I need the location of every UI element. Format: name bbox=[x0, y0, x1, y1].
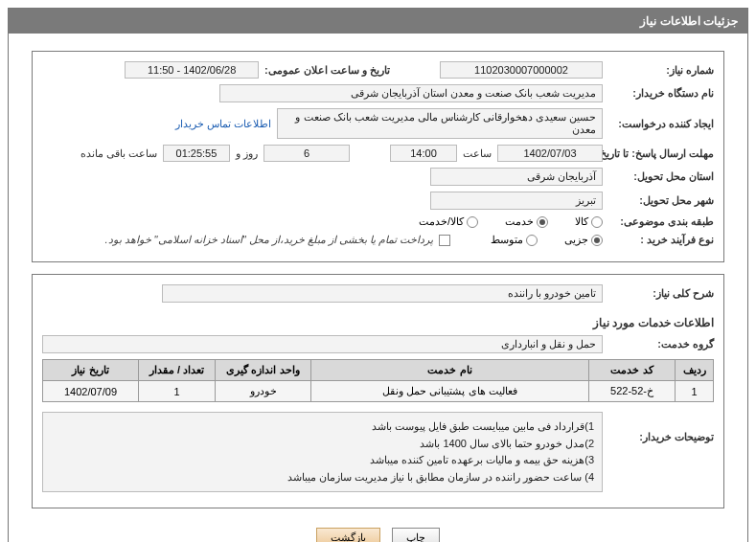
col-need-date: تاریخ نیاز bbox=[43, 360, 139, 381]
buyer-desc-box: 1)قرارداد فی مابین میبایست طبق فایل پیوس… bbox=[42, 412, 603, 492]
desc-line: 4) ساعت حضور راننده در سازمان مطابق با ن… bbox=[51, 469, 594, 486]
radio-khadmat[interactable]: خدمت bbox=[505, 215, 548, 228]
col-service-name: نام خدمت bbox=[311, 360, 589, 381]
remaining-label: ساعت باقی مانده bbox=[80, 147, 157, 160]
payment-note: پرداخت تمام یا بخشی از مبلغ خرید،از محل … bbox=[104, 234, 433, 246]
summary-label: شرح کلی نیاز: bbox=[608, 287, 714, 300]
deadline-date-value: 1402/07/03 bbox=[497, 145, 603, 162]
desc-line: 1)قرارداد فی مابین میبایست طبق فایل پیوس… bbox=[51, 418, 594, 436]
buyer-desc-label: توضیحات خریدار: bbox=[608, 412, 714, 443]
purchase-type-label: نوع فرآیند خرید : bbox=[608, 234, 714, 246]
need-fieldset: شرح کلی نیاز: تامین خودرو با راننده اطلا… bbox=[32, 274, 724, 508]
desc-line: 2)مدل خودرو حتما بالای سال 1400 باشد bbox=[51, 436, 594, 453]
radio-partial[interactable]: جزیی bbox=[564, 234, 603, 246]
need-number-value: 1102030007000002 bbox=[440, 61, 603, 79]
delivery-city-label: شهر محل تحویل: bbox=[608, 194, 714, 207]
requester-value: حسین سعیدی دهخوارقانی کارشناس مالی مدیری… bbox=[277, 108, 603, 139]
services-table: ردیف کد خدمت نام خدمت واحد اندازه گیری ت… bbox=[42, 359, 714, 402]
back-button[interactable]: بازگشت bbox=[316, 528, 380, 542]
deadline-time-value: 14:00 bbox=[390, 145, 457, 162]
radio-kala[interactable]: کالا bbox=[575, 215, 603, 228]
cell-service-code: خ-52-522 bbox=[589, 381, 676, 402]
col-row: ردیف bbox=[676, 360, 714, 381]
time-label: ساعت bbox=[463, 147, 492, 160]
subject-class-radios: کالا خدمت کالا/خدمت bbox=[419, 215, 603, 228]
payment-checkbox[interactable] bbox=[439, 235, 450, 246]
radio-circle-checked-icon bbox=[537, 216, 548, 228]
buyer-org-value: مدیریت شعب بانک صنعت و معدن استان آذربای… bbox=[219, 84, 603, 102]
cell-service-name: فعالیت های پشتیبانی حمل ونقل bbox=[311, 381, 589, 402]
radio-circle-checked-icon bbox=[591, 235, 603, 246]
page-title: جزئیات اطلاعات نیاز bbox=[9, 9, 747, 34]
services-section-title: اطلاعات خدمات مورد نیاز bbox=[42, 316, 714, 329]
announce-datetime-value: 1402/06/28 - 11:50 bbox=[125, 61, 259, 79]
col-qty: تعداد / مقدار bbox=[139, 360, 216, 381]
buyer-org-label: نام دستگاه خریدار: bbox=[608, 87, 714, 100]
deadline-label: مهلت ارسال پاسخ: تا تاریخ: bbox=[608, 147, 714, 160]
radio-circle-icon bbox=[526, 235, 538, 246]
days-and-label: روز و bbox=[236, 147, 258, 160]
contact-link[interactable]: اطلاعات تماس خریدار bbox=[175, 118, 271, 130]
summary-value: تامین خودرو با راننده bbox=[162, 284, 603, 303]
delivery-province-label: استان محل تحویل: bbox=[608, 170, 714, 183]
col-service-code: کد خدمت bbox=[589, 360, 676, 381]
radio-medium[interactable]: متوسط bbox=[491, 234, 538, 246]
desc-line: 3)هزینه حق بیمه و مالیات برعهده تامین کن… bbox=[51, 452, 594, 469]
buttons-row: چاپ بازگشت bbox=[32, 520, 724, 542]
time-remaining-value: 01:25:55 bbox=[163, 145, 230, 162]
purchase-type-radios: جزیی متوسط bbox=[491, 234, 603, 246]
delivery-city-value: تبریز bbox=[430, 192, 603, 210]
need-number-label: شماره نیاز: bbox=[608, 64, 714, 77]
delivery-province-value: آذربایجان شرقی bbox=[430, 168, 603, 186]
service-group-value: حمل و نقل و انبارداری bbox=[42, 335, 603, 353]
announce-datetime-label: تاریخ و ساعت اعلان عمومی: bbox=[264, 64, 390, 77]
cell-row: 1 bbox=[676, 381, 714, 402]
cell-qty: 1 bbox=[139, 381, 216, 402]
col-unit: واحد اندازه گیری bbox=[216, 360, 311, 381]
cell-unit: خودرو bbox=[216, 381, 311, 402]
radio-circle-icon bbox=[591, 216, 603, 228]
requester-label: ایجاد کننده درخواست: bbox=[608, 118, 714, 130]
days-value: 6 bbox=[263, 145, 350, 162]
print-button[interactable]: چاپ bbox=[392, 528, 440, 542]
subject-class-label: طبقه بندی موضوعی: bbox=[608, 215, 714, 228]
info-fieldset: شماره نیاز: 1102030007000002 تاریخ و ساع… bbox=[32, 51, 724, 262]
cell-need-date: 1402/07/09 bbox=[43, 381, 139, 402]
radio-circle-icon bbox=[467, 216, 478, 228]
table-row: 1 خ-52-522 فعالیت های پشتیبانی حمل ونقل … bbox=[43, 381, 714, 402]
service-group-label: گروه خدمت: bbox=[608, 338, 714, 350]
radio-kala-khadmat[interactable]: کالا/خدمت bbox=[419, 215, 478, 228]
table-header-row: ردیف کد خدمت نام خدمت واحد اندازه گیری ت… bbox=[43, 360, 714, 381]
